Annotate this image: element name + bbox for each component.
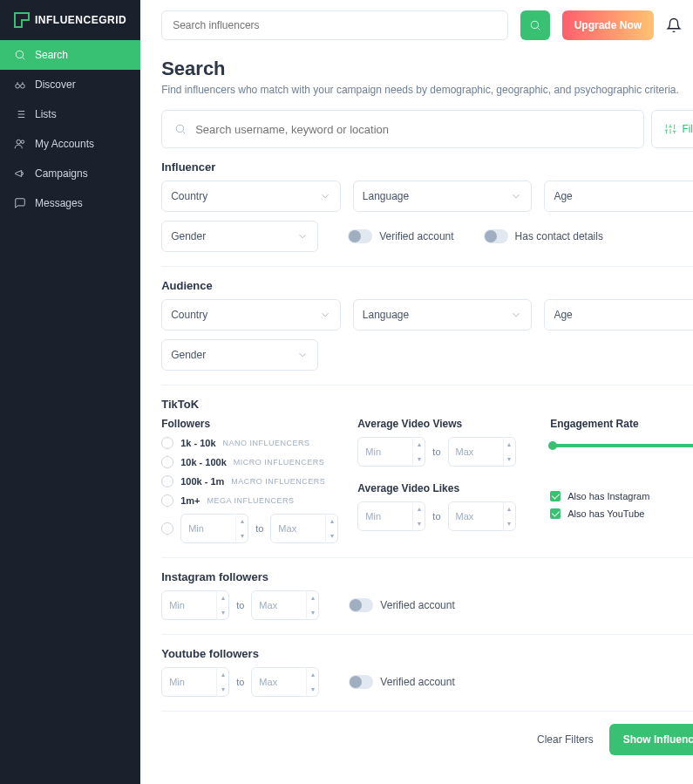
influencer-age-select[interactable]: Age — [544, 181, 693, 212]
engagement-heading: Engagement Rate — [550, 418, 693, 430]
filter-search-input[interactable] — [195, 123, 631, 136]
megaphone-icon — [14, 167, 26, 180]
top-search-input[interactable] — [161, 10, 508, 40]
influencer-verified-toggle[interactable]: Verified account — [348, 229, 453, 243]
to-label: to — [432, 447, 440, 457]
chevron-down-icon — [296, 349, 309, 361]
page-title: Search — [161, 58, 693, 80]
sidebar-item-messages[interactable]: Messages — [0, 188, 140, 218]
num-label: Max — [252, 677, 306, 687]
filters-label: Filters — [682, 123, 693, 135]
instagram-verified-toggle[interactable]: Verified account — [349, 598, 454, 612]
sidebar-item-label: Messages — [35, 197, 83, 209]
follower-range-option[interactable]: 10k - 100kMICRO INFLUENCERS — [161, 456, 338, 468]
influencer-heading: Influencer — [161, 160, 693, 174]
sidebar-item-label: Campaigns — [35, 167, 88, 180]
toggle-label: Verified account — [380, 599, 454, 611]
num-label: Min — [162, 677, 216, 687]
range-tag: NANO INFLUENCERS — [223, 439, 310, 447]
main: Upgrade Now Search Find influencers who … — [140, 0, 693, 784]
spinner[interactable]: ▴▾ — [216, 667, 228, 697]
avg-likes-max[interactable]: Max▴▾ — [448, 501, 516, 531]
toggle-label: Verified account — [379, 230, 453, 242]
avg-views-heading: Average Video Views — [357, 418, 531, 430]
influencer-gender-select[interactable]: Gender — [161, 221, 318, 252]
range-label: 1m+ — [180, 495, 200, 506]
radio-icon — [161, 456, 173, 468]
audience-language-select[interactable]: Language — [353, 299, 533, 331]
sidebar-item-discover[interactable]: Discover — [0, 70, 140, 99]
filters-button[interactable]: Filters — [651, 110, 693, 148]
filter-search[interactable] — [161, 110, 644, 148]
brand-logo: INFLUENCEGRID — [0, 0, 140, 40]
youtube-max[interactable]: Max▴▾ — [251, 667, 319, 697]
spinner[interactable]: ▴▾ — [306, 667, 318, 697]
engagement-slider[interactable] — [550, 444, 693, 447]
list-icon — [14, 108, 26, 120]
clear-filters-button[interactable]: Clear Filters — [537, 733, 594, 746]
top-search-button[interactable] — [520, 10, 550, 40]
svg-point-2 — [21, 84, 25, 88]
follower-range-option[interactable]: 1m+MEGA INFLUENCERS — [161, 494, 338, 507]
radio-icon[interactable] — [161, 522, 173, 535]
select-label: Age — [554, 309, 572, 321]
range-label: 10k - 100k — [180, 457, 227, 467]
select-label: Gender — [171, 230, 206, 242]
notifications-icon[interactable] — [666, 17, 682, 33]
follower-range-list: 1k - 10kNANO INFLUENCERS 10k - 100kMICRO… — [161, 437, 338, 507]
spinner[interactable]: ▴▾ — [412, 501, 425, 531]
checkbox-icon — [550, 491, 561, 501]
divider — [161, 634, 693, 635]
influencer-language-select[interactable]: Language — [353, 181, 533, 212]
check-label: Also has YouTube — [567, 508, 644, 519]
chat-icon — [14, 197, 26, 209]
influencer-contact-toggle[interactable]: Has contact details — [484, 229, 603, 243]
spinner[interactable]: ▴▾ — [325, 514, 337, 543]
avg-views-min[interactable]: Min▴▾ — [357, 437, 425, 467]
influencer-country-select[interactable]: Country — [161, 181, 341, 212]
instagram-max[interactable]: Max▴▾ — [251, 590, 319, 620]
sidebar-item-my-accounts[interactable]: My Accounts — [0, 129, 140, 159]
spinner[interactable]: ▴▾ — [503, 437, 515, 467]
upgrade-button[interactable]: Upgrade Now — [562, 10, 654, 40]
range-tag: MACRO INFLUENCERS — [231, 477, 325, 486]
svg-point-3 — [17, 140, 21, 144]
topbar: Upgrade Now — [161, 10, 693, 40]
follower-range-option[interactable]: 1k - 10kNANO INFLUENCERS — [161, 437, 338, 449]
chevron-down-icon — [319, 309, 331, 321]
range-label: 1k - 10k — [180, 438, 215, 448]
svg-point-1 — [16, 84, 20, 88]
has-instagram-check[interactable]: Also has Instagram — [550, 491, 693, 501]
has-youtube-check[interactable]: Also has YouTube — [550, 508, 693, 519]
youtube-min[interactable]: Min▴▾ — [161, 667, 229, 697]
num-label: Min — [162, 600, 216, 610]
avg-views-max[interactable]: Max▴▾ — [448, 437, 516, 467]
chevron-down-icon — [296, 230, 309, 242]
num-label: Min — [358, 447, 412, 457]
divider — [161, 711, 693, 712]
sidebar-item-lists[interactable]: Lists — [0, 99, 140, 129]
svg-point-0 — [16, 51, 23, 58]
youtube-verified-toggle[interactable]: Verified account — [349, 675, 454, 689]
select-label: Country — [171, 309, 207, 321]
spinner[interactable]: ▴▾ — [235, 514, 248, 543]
audience-country-select[interactable]: Country — [161, 299, 341, 331]
avg-likes-heading: Average Video Likes — [357, 482, 531, 494]
avg-likes-min[interactable]: Min▴▾ — [357, 501, 425, 531]
show-influencers-button[interactable]: Show Influencers — [609, 724, 693, 755]
spinner[interactable]: ▴▾ — [306, 590, 318, 620]
spinner[interactable]: ▴▾ — [503, 501, 515, 531]
tiktok-followers-max[interactable]: Max▴▾ — [270, 514, 338, 543]
follower-range-option[interactable]: 100k - 1mMACRO INFLUENCERS — [161, 475, 338, 487]
sidebar-item-campaigns[interactable]: Campaigns — [0, 159, 140, 188]
audience-gender-select[interactable]: Gender — [161, 339, 318, 371]
audience-age-select[interactable]: Age — [544, 299, 693, 331]
sidebar-item-label: Search — [35, 49, 68, 61]
sidebar-item-search[interactable]: Search — [0, 40, 140, 70]
chevron-down-icon — [319, 190, 331, 202]
spinner[interactable]: ▴▾ — [216, 590, 228, 620]
instagram-min[interactable]: Min▴▾ — [161, 590, 229, 620]
tiktok-followers-min[interactable]: Min▴▾ — [180, 514, 248, 543]
spinner[interactable]: ▴▾ — [412, 437, 425, 467]
range-tag: MICRO INFLUENCERS — [234, 458, 325, 467]
